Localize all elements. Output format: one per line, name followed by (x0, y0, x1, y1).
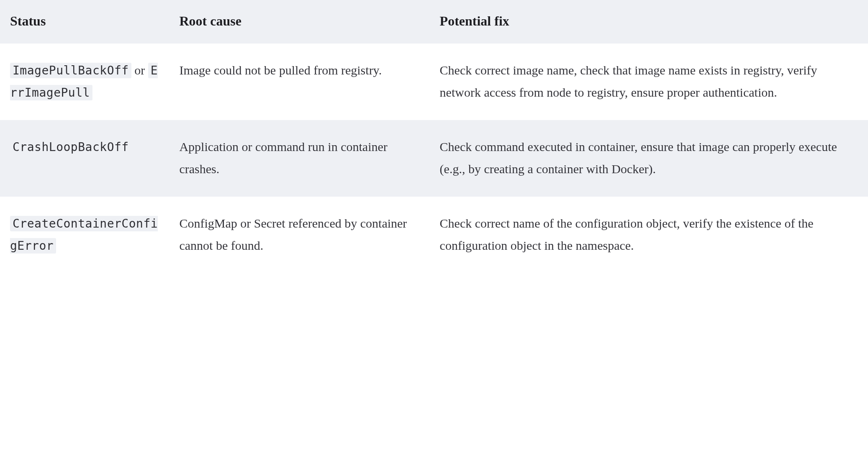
status-code: CreateContainerConfigError (10, 216, 158, 254)
cell-potential-fix: Check command executed in container, ens… (430, 120, 868, 197)
table-header-row: Status Root cause Potential fix (0, 0, 868, 44)
cell-potential-fix: Check correct name of the configuration … (430, 197, 868, 273)
col-header-root-cause: Root cause (169, 0, 429, 44)
cell-potential-fix: Check correct image name, check that ima… (430, 44, 868, 120)
status-joiner: or (131, 63, 148, 77)
table-row: CrashLoopBackOff Application or command … (0, 120, 868, 197)
cell-root-cause: Application or command run in container … (169, 120, 429, 197)
col-header-potential-fix: Potential fix (430, 0, 868, 44)
table-row: ImagePullBackOff or ErrImagePull Image c… (0, 44, 868, 120)
cell-status: CreateContainerConfigError (0, 197, 169, 273)
status-code: CrashLoopBackOff (10, 139, 131, 155)
cell-root-cause: ConfigMap or Secret refer­enced by conta… (169, 197, 429, 273)
status-code: ImagePullBackOff (10, 63, 131, 78)
table-row: CreateContainerConfigError ConfigMap or … (0, 197, 868, 273)
cell-status: ImagePullBackOff or ErrImagePull (0, 44, 169, 120)
cell-root-cause: Image could not be pulled from registry. (169, 44, 429, 120)
col-header-status: Status (0, 0, 169, 44)
error-status-table: Status Root cause Potential fix ImagePul… (0, 0, 868, 273)
cell-status: CrashLoopBackOff (0, 120, 169, 197)
